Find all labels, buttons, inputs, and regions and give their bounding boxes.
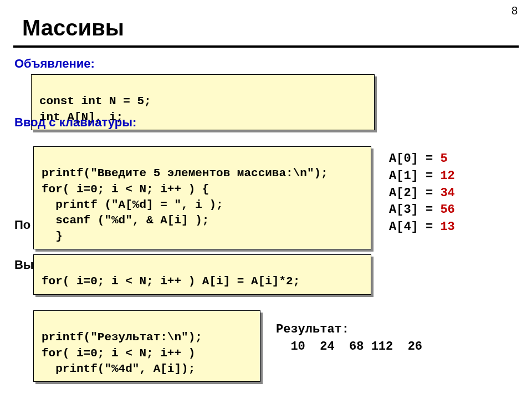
sample-row: A[2] = 34 (389, 186, 455, 200)
result-label: Результат: (276, 323, 349, 336)
code-input: printf("Введите 5 элементов массива:\n")… (33, 146, 371, 249)
code-line: for( i=0; i < N; i++ ) { (42, 183, 209, 196)
code-line: const int N = 5; (39, 95, 151, 108)
sample-label: A[1] = (389, 169, 433, 183)
page-number: 8 (511, 4, 518, 17)
code-line: scanf ("%d", & A[i] ); (42, 214, 209, 227)
slide-title: Массивы (22, 16, 124, 40)
code-line: for( i=0; i < N; i++ ) (42, 347, 195, 360)
sample-label: A[2] = (389, 186, 433, 200)
sample-row: A[0] = 5 (389, 152, 448, 166)
code-line: printf ("A[%d] = ", i ); (42, 198, 223, 211)
section-input: Ввод с клавиатуры: (14, 115, 136, 130)
sample-label: A[4] = (389, 220, 433, 234)
sample-row: A[1] = 12 (389, 169, 455, 183)
code-line: for( i=0; i < N; i++ ) A[i] = A[i]*2; (42, 275, 300, 288)
partial-label-po: По (14, 218, 30, 232)
result-values: 10 24 68 112 26 (276, 340, 422, 354)
slide: 8 Массивы Объявление: const int N = 5; i… (0, 0, 532, 399)
result-block: Результат: 10 24 68 112 26 (276, 321, 422, 356)
sample-value: 13 (440, 220, 454, 234)
sample-label: A[0] = (389, 152, 433, 166)
sample-value: 34 (440, 186, 454, 200)
code-line: printf("Результат:\n"); (42, 331, 202, 344)
title-rule (13, 45, 519, 48)
code-output: printf("Результат:\n"); for( i=0; i < N;… (33, 310, 260, 382)
code-line: } (42, 230, 63, 243)
sample-value: 12 (440, 169, 454, 183)
sample-input-block: A[0] = 5 A[1] = 12 A[2] = 34 A[3] = 56 A… (389, 151, 455, 236)
sample-value: 5 (440, 152, 447, 166)
code-line: printf("Введите 5 элементов массива:\n")… (42, 167, 328, 180)
partial-label-vy: Вы (14, 258, 34, 272)
sample-row: A[4] = 13 (389, 220, 455, 234)
code-process: for( i=0; i < N; i++ ) A[i] = A[i]*2; (33, 254, 371, 295)
sample-value: 56 (440, 203, 454, 217)
sample-label: A[3] = (389, 203, 433, 217)
code-line: printf("%4d", A[i]); (42, 362, 195, 375)
sample-row: A[3] = 56 (389, 203, 455, 217)
section-declare: Объявление: (14, 57, 95, 71)
